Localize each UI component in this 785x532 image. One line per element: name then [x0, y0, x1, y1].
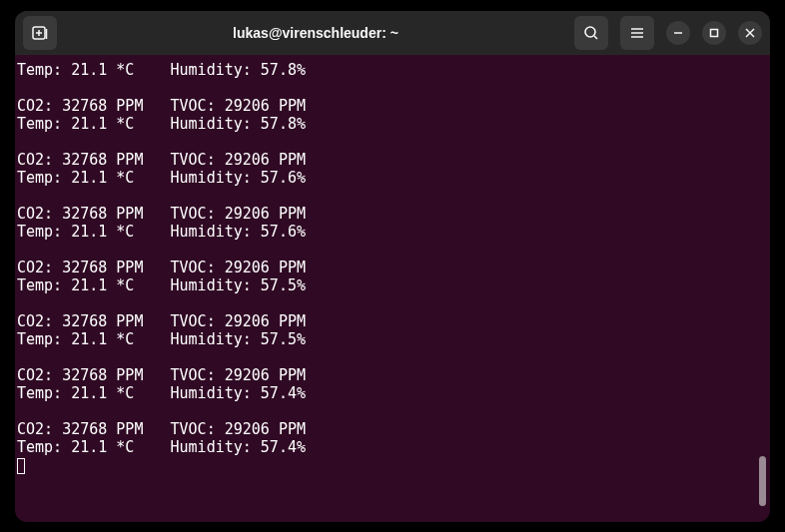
search-button[interactable]	[574, 16, 608, 50]
minimize-icon	[673, 28, 683, 38]
minimize-button[interactable]	[666, 21, 690, 45]
scrollbar-thumb[interactable]	[759, 456, 766, 506]
maximize-icon	[709, 28, 719, 38]
window-title: lukas@virenschleuder: ~	[65, 25, 566, 41]
cursor	[17, 458, 25, 474]
terminal-lines: Temp: 21.1 *C Humidity: 57.8% CO2: 32768…	[17, 61, 768, 456]
close-button[interactable]	[738, 21, 762, 45]
maximize-button[interactable]	[702, 21, 726, 45]
new-tab-button[interactable]	[23, 16, 57, 50]
titlebar-left	[23, 16, 57, 50]
svg-point-4	[585, 27, 595, 37]
menu-button[interactable]	[620, 16, 654, 50]
svg-rect-10	[711, 29, 718, 36]
close-icon	[745, 28, 755, 38]
terminal-window: lukas@virenschleuder: ~	[15, 11, 770, 522]
terminal-output[interactable]: Temp: 21.1 *C Humidity: 57.8% CO2: 32768…	[15, 55, 770, 522]
svg-line-5	[594, 36, 597, 39]
search-icon	[583, 25, 599, 41]
titlebar-right	[574, 16, 762, 50]
new-tab-icon	[31, 24, 49, 42]
menu-icon	[629, 25, 645, 41]
titlebar: lukas@virenschleuder: ~	[15, 11, 770, 55]
